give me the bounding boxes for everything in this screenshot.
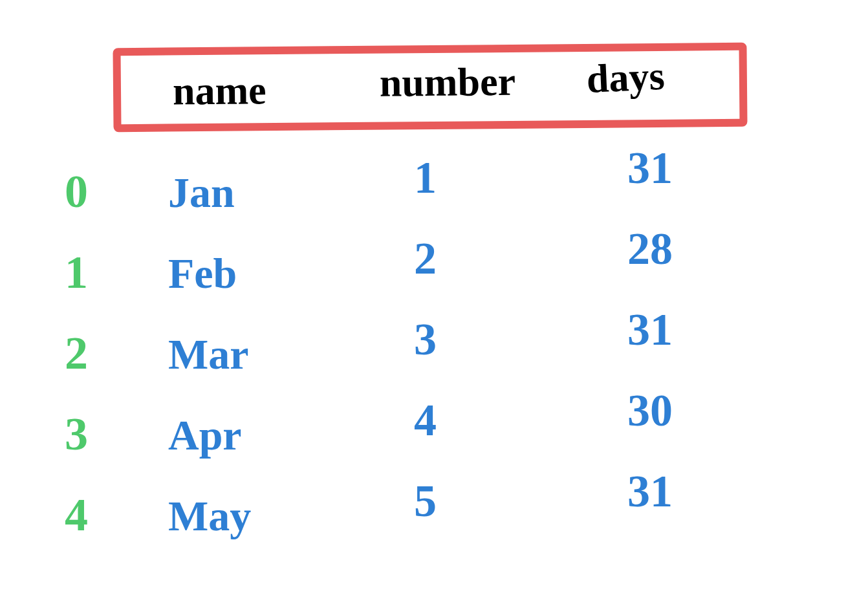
cell-days: 28: [627, 223, 673, 275]
cell-name: May: [168, 492, 251, 541]
cell-number: 2: [414, 233, 437, 285]
cell-number: 3: [414, 314, 437, 365]
row-index: 4: [65, 488, 88, 542]
cell-name: Mar: [168, 330, 249, 379]
cell-number: 1: [414, 152, 437, 204]
column-header-name: name: [173, 67, 266, 114]
table-row: 4 May 5 31: [65, 482, 750, 559]
column-header-days: days: [585, 53, 666, 102]
column-header-number: number: [380, 59, 516, 106]
cell-days: 31: [627, 466, 673, 517]
cell-number: 5: [414, 475, 437, 527]
cell-name: Feb: [168, 249, 237, 298]
row-index: 3: [65, 407, 88, 461]
column-header-box: name number days: [113, 43, 747, 133]
cell-days: 31: [627, 304, 673, 356]
cell-number: 4: [414, 395, 437, 446]
row-index: 0: [65, 165, 88, 219]
row-index: 2: [65, 327, 88, 380]
cell-name: Jan: [168, 168, 235, 217]
dataframe-diagram: name number days 0 Jan 1 31 1 Feb 2 28 2…: [26, 26, 842, 569]
row-index: 1: [65, 246, 88, 299]
cell-days: 30: [627, 385, 673, 437]
cell-name: Apr: [168, 411, 242, 460]
cell-days: 31: [627, 142, 673, 194]
